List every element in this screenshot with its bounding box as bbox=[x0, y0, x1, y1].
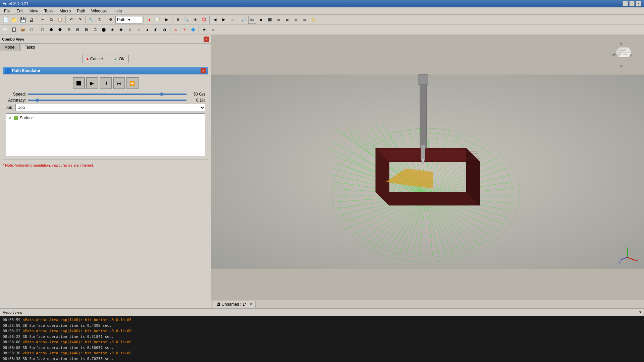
path-op7[interactable]: ⊡ bbox=[91, 26, 99, 34]
view-tab-unnamed[interactable]: 🖼 Unnamed : 1* × bbox=[213, 301, 256, 308]
paste-button[interactable]: 📋 bbox=[56, 16, 64, 24]
macro-button[interactable]: 🔧 bbox=[87, 16, 95, 24]
path-op13[interactable]: ● bbox=[143, 26, 151, 34]
view-top-button[interactable]: ⬛ bbox=[266, 16, 274, 24]
log-text: <Path.Area> Area.cpp(1446): hit bottom -… bbox=[20, 351, 131, 355]
part-button[interactable]: 🔲 bbox=[10, 26, 18, 34]
report-content[interactable]: 08:55:59 <Path.Area> Area.cpp(1446): hit… bbox=[0, 316, 644, 362]
nav-home-button[interactable]: ⌂ bbox=[228, 16, 236, 24]
path-op3[interactable]: ⬣ bbox=[56, 26, 64, 34]
open-button[interactable] bbox=[10, 16, 18, 24]
path-extra1[interactable]: ★ bbox=[200, 26, 208, 34]
view-right-button[interactable]: ▥ bbox=[274, 16, 282, 24]
op-surface-icon: 🟩 bbox=[13, 116, 18, 120]
minimize-button[interactable]: − bbox=[623, 1, 628, 6]
log-text: 3D Surface operation time is 0.70256 sec… bbox=[20, 357, 114, 361]
save-button[interactable] bbox=[19, 16, 27, 24]
path-op9[interactable]: ◈ bbox=[108, 26, 116, 34]
sim-pause-button[interactable] bbox=[100, 77, 112, 89]
obj-button[interactable]: ◻ bbox=[28, 26, 36, 34]
sim-stop-button[interactable] bbox=[73, 77, 85, 89]
record-button[interactable]: ● bbox=[145, 16, 153, 24]
close-button[interactable]: × bbox=[636, 1, 641, 6]
path-op8[interactable]: ⬤ bbox=[100, 26, 108, 34]
nav-cube[interactable]: ▲ ▼ ◀ ▶ TOP L FRONT bbox=[608, 41, 639, 71]
zoom-btn[interactable]: 🔎 bbox=[239, 16, 248, 24]
menu-edit[interactable]: Edit bbox=[14, 8, 26, 14]
viewport-panel[interactable]: X Z Y ▲ ▼ ◀ ▶ bbox=[211, 35, 644, 308]
view-3d-button[interactable]: 🎯 bbox=[200, 16, 208, 24]
nav-forward-button[interactable]: ▶ bbox=[220, 16, 228, 24]
path-op15[interactable]: ◑ bbox=[161, 26, 169, 34]
menu-tools[interactable]: Tools bbox=[42, 8, 56, 14]
sim-fast-button[interactable] bbox=[126, 77, 139, 89]
operations-list[interactable]: ✓ 🟩 Surface bbox=[6, 113, 205, 157]
menu-windows[interactable]: Windows bbox=[89, 8, 110, 14]
menu-help[interactable]: Help bbox=[111, 8, 125, 14]
path-op1[interactable]: ⬡ bbox=[39, 26, 47, 34]
path-op2[interactable]: ⬢ bbox=[47, 26, 55, 34]
path-op14[interactable]: ◐ bbox=[152, 26, 160, 34]
zoom-fit-button[interactable]: ⊕ bbox=[174, 16, 182, 24]
view-back-button[interactable]: ▧ bbox=[292, 16, 300, 24]
path-op4[interactable]: ⊞ bbox=[65, 26, 73, 34]
zoom-select-button[interactable]: 🔍 bbox=[182, 16, 191, 24]
tab-tasks[interactable]: Tasks bbox=[20, 44, 40, 51]
path-mod3[interactable]: 🔷 bbox=[189, 26, 197, 34]
sim-step-button[interactable] bbox=[113, 77, 125, 89]
body-button[interactable]: ⬜ bbox=[1, 26, 9, 34]
report-collapse-button[interactable]: ▾ bbox=[639, 310, 641, 314]
path-op5[interactable]: ⊟ bbox=[73, 26, 82, 34]
path-dropdown[interactable]: Path ▾ bbox=[115, 16, 142, 23]
view-left-button[interactable]: ▦ bbox=[283, 16, 291, 24]
ok-button[interactable]: ✔ OK bbox=[110, 55, 129, 63]
post-process-button[interactable]: 📝 bbox=[154, 16, 162, 24]
cancel-button[interactable]: ● Cancel bbox=[82, 55, 107, 63]
view-menu-button[interactable]: 👁 bbox=[191, 16, 199, 24]
view-iso-button[interactable]: iso bbox=[248, 16, 256, 24]
path-op10[interactable]: ◉ bbox=[117, 26, 125, 34]
view-bottom-button[interactable]: ▨ bbox=[301, 16, 309, 24]
redo-button[interactable]: ↷ bbox=[76, 16, 84, 24]
view-tab-bar: 🖼 Unnamed : 1* × bbox=[211, 300, 644, 308]
job-select[interactable]: Job bbox=[15, 104, 205, 111]
view-front-button[interactable]: ▣ bbox=[257, 16, 265, 24]
play-path-button[interactable]: ▶ bbox=[163, 16, 171, 24]
nav-back-button[interactable]: ◀ bbox=[211, 16, 219, 24]
left-panel: Combo View × Model Tasks ● Cancel ✔ OK bbox=[0, 35, 211, 308]
viewport-3d[interactable]: X Z Y ▲ ▼ ◀ ▶ bbox=[211, 35, 644, 308]
measure-button[interactable]: 📏 bbox=[309, 16, 317, 24]
undo-button[interactable]: ↶ bbox=[67, 16, 75, 24]
path-extra2[interactable]: ☆ bbox=[209, 26, 217, 34]
accuracy-slider[interactable] bbox=[28, 100, 186, 101]
path-mod1[interactable]: 🔺 bbox=[172, 26, 180, 34]
group-button[interactable]: 📦 bbox=[19, 26, 27, 34]
path-op12[interactable]: ○ bbox=[135, 26, 143, 34]
window-controls[interactable]: − □ × bbox=[623, 1, 641, 6]
maximize-button[interactable]: □ bbox=[629, 1, 635, 6]
menu-path[interactable]: Path bbox=[74, 8, 88, 14]
menu-view[interactable]: View bbox=[27, 8, 41, 14]
view-tab-close[interactable]: × bbox=[250, 302, 252, 307]
toolbar-row-1: ✂ ⧉ 📋 ↶ ↷ 🔧 ↻ ⚙ Path ▾ ● 📝 ▶ ⊕ 🔍 👁 🎯 ◀ ▶… bbox=[0, 15, 644, 25]
title-bar: FreeCAD 0.21 − □ × bbox=[0, 0, 644, 7]
new-button[interactable] bbox=[1, 16, 9, 24]
menu-macro[interactable]: Macro bbox=[57, 8, 73, 14]
speed-slider[interactable] bbox=[28, 94, 186, 95]
refresh-button[interactable]: ↻ bbox=[96, 16, 104, 24]
path-op6[interactable]: ⊠ bbox=[82, 26, 90, 34]
tab-model[interactable]: Model bbox=[0, 44, 20, 51]
copy-button[interactable]: ⧉ bbox=[47, 16, 55, 24]
sim-play-button[interactable] bbox=[86, 77, 98, 89]
log-time: 08:58:38 bbox=[3, 357, 20, 361]
print-button[interactable] bbox=[28, 16, 36, 24]
cancel-label: Cancel bbox=[90, 57, 103, 61]
cut-button[interactable]: ✂ bbox=[39, 16, 47, 24]
path-op11[interactable]: ◊ bbox=[126, 26, 134, 34]
combo-view-close[interactable]: × bbox=[204, 37, 209, 42]
menu-file[interactable]: File bbox=[1, 8, 13, 14]
accuracy-label: Accuracy: bbox=[6, 98, 26, 103]
path-sim-close[interactable]: × bbox=[201, 68, 206, 73]
path-icon[interactable]: ⚙ bbox=[107, 16, 115, 24]
path-mod2[interactable]: 🔻 bbox=[180, 26, 189, 34]
